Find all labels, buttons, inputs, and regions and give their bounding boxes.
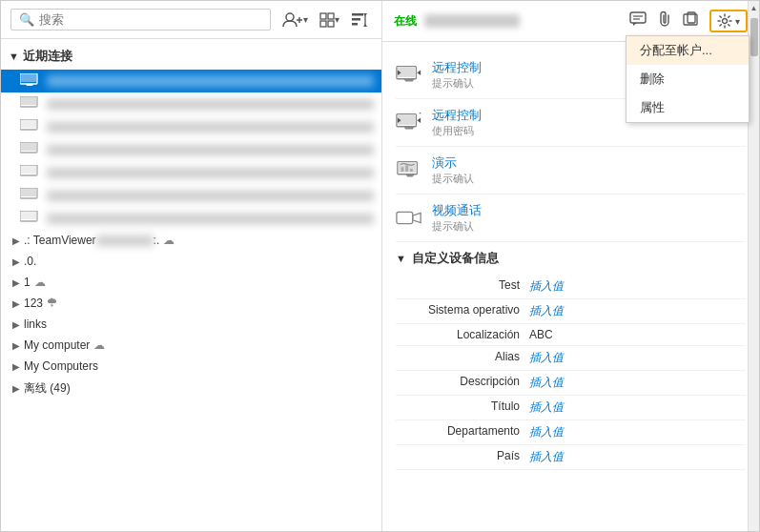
info-label: País [396, 449, 529, 465]
group-label: 123 [24, 297, 43, 310]
svg-rect-25 [630, 12, 646, 23]
video-call-subtitle: 提示确认 [432, 219, 482, 234]
tree-item[interactable] [1, 70, 381, 92]
info-value: 插入值 [529, 399, 564, 416]
group-label: 1 [24, 276, 31, 289]
group-item-offline[interactable]: ▶ 离线 (49) [1, 377, 381, 400]
tree-item[interactable] [1, 184, 381, 207]
sort-icon [351, 12, 368, 28]
scrollbar-up[interactable]: ▲ [749, 1, 760, 14]
remote-control-icon [396, 65, 422, 86]
group-arrow: ▶ [12, 235, 20, 246]
search-input-wrapper[interactable]: 🔍 [10, 9, 271, 31]
recent-section-header[interactable]: ▼ 近期连接 [1, 43, 381, 70]
info-value: 插入值 [529, 278, 564, 295]
view-chevron: ▾ [335, 14, 339, 25]
add-user-icon [282, 11, 303, 29]
group-label-suffix: :. [154, 234, 160, 247]
view-toggle-button[interactable]: ▾ [316, 10, 343, 30]
attachment-icon[interactable] [656, 9, 673, 33]
custom-section-label: 自定义设备信息 [412, 250, 499, 267]
presentation-text: 演示 提示确认 [432, 154, 474, 186]
svg-rect-18 [21, 143, 36, 151]
gear-dropdown-menu: 分配至帐户... 删除 属性 [626, 35, 750, 123]
group-item-links[interactable]: ▶ links [1, 314, 381, 335]
scrollbar-thumb[interactable] [750, 18, 758, 56]
info-table: Test 插入值 Sistema operativo 插入值 Localizac… [396, 275, 746, 470]
svg-rect-39 [405, 165, 408, 172]
group-item-my-computers[interactable]: ▶ My Computers [1, 356, 381, 377]
computer-icon [20, 142, 41, 157]
dropdown-item-assign[interactable]: 分配至帐户... [626, 36, 749, 65]
remote-control-subtitle: 提示确认 [432, 76, 482, 91]
svg-rect-22 [21, 189, 36, 196]
group-arrow: ▶ [12, 340, 20, 351]
blurred-text [96, 235, 154, 246]
tree-item[interactable] [1, 92, 381, 115]
info-value: 插入值 [529, 375, 564, 391]
group-arrow: ▶ [12, 277, 20, 288]
group-arrow: ▶ [12, 383, 20, 394]
action-icons: ▾ [627, 9, 748, 33]
add-user-button[interactable]: ▾ [278, 10, 312, 31]
presentation-icon [396, 160, 422, 181]
computer-icon [20, 211, 41, 226]
group-item-my-computer[interactable]: ▶ My computer ☁ [1, 335, 381, 356]
computer-icon [20, 119, 41, 134]
add-user-chevron: ▾ [303, 14, 308, 25]
tree-item[interactable] [1, 207, 381, 230]
info-label: Test [396, 278, 529, 295]
svg-rect-40 [410, 169, 413, 172]
dropdown-item-properties[interactable]: 属性 [626, 93, 749, 122]
item-label [47, 122, 374, 133]
action-presentation[interactable]: 演示 提示确认 [396, 147, 746, 194]
svg-rect-38 [401, 167, 404, 172]
info-label: Título [396, 399, 529, 416]
svg-rect-20 [21, 166, 36, 174]
toolbar-icons: ▾ ▾ [278, 10, 372, 31]
video-call-text: 视频通话 提示确认 [432, 202, 482, 234]
group-arrow: ▶ [12, 298, 20, 309]
selected-item-label [47, 75, 374, 87]
custom-section-header[interactable]: ▼ 自定义设备信息 [396, 242, 746, 271]
group-label: My computer [24, 338, 90, 352]
svg-rect-41 [397, 212, 413, 223]
group-item-123[interactable]: ▶ 123 🌩 [1, 293, 381, 314]
video-call-title: 视频通话 [432, 202, 482, 219]
tree-item[interactable] [1, 115, 381, 138]
svg-rect-5 [320, 21, 326, 27]
group-item-0[interactable]: ▶ .0. [1, 251, 381, 272]
svg-rect-24 [21, 212, 36, 219]
info-row: Localización ABC [396, 324, 746, 346]
group-item-teamviewer[interactable]: ▶ .: TeamViewer :. ☁ [1, 230, 381, 251]
remote-control-text: 远程控制 提示确认 [432, 59, 482, 91]
gear-chevron: ▾ [735, 16, 740, 27]
group-label: My Computers [24, 359, 98, 373]
nav-tree: ▼ 近期连接 [1, 39, 381, 531]
item-label [47, 168, 374, 178]
item-label [47, 145, 374, 155]
screenshot-icon[interactable] [681, 10, 702, 32]
dropdown-item-delete[interactable]: 删除 [626, 65, 749, 93]
remote-control-pwd-subtitle: 使用密码 [432, 124, 482, 138]
cloud-icon: ☁ [93, 338, 105, 352]
search-input[interactable] [39, 12, 262, 27]
action-video-call[interactable]: 视频通话 提示确认 [396, 194, 746, 242]
gear-button[interactable]: ▾ [709, 10, 748, 32]
search-bar: 🔍 ▾ [1, 1, 381, 39]
info-value: 插入值 [529, 449, 564, 465]
svg-rect-14 [21, 97, 36, 105]
item-label [47, 214, 374, 224]
group-item-1[interactable]: ▶ 1 ☁ [1, 272, 381, 293]
tree-item[interactable] [1, 138, 381, 161]
info-row: Test 插入值 [396, 275, 746, 299]
info-row: País 插入值 [396, 445, 746, 470]
svg-point-30 [723, 19, 728, 24]
tree-item[interactable] [1, 161, 381, 184]
sort-button[interactable] [347, 10, 372, 30]
chat-icon[interactable] [627, 10, 648, 32]
svg-rect-3 [320, 13, 326, 19]
svg-rect-7 [352, 13, 363, 16]
presentation-subtitle: 提示确认 [432, 172, 474, 186]
info-row: Descripción 插入值 [396, 371, 746, 396]
